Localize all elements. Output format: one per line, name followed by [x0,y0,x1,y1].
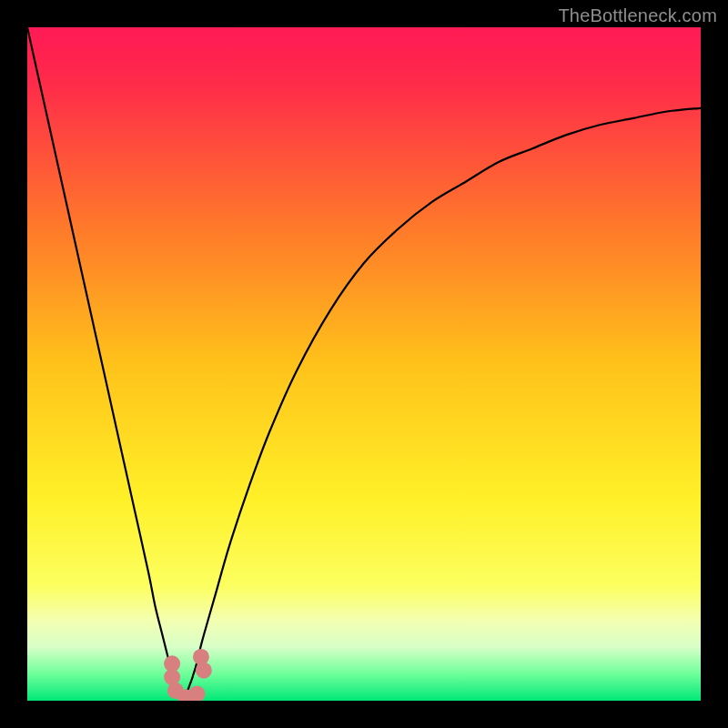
chart-frame: TheBottleneck.com [0,0,728,728]
annotation-dot [193,649,209,665]
plot-area [27,27,701,701]
bottleneck-chart [27,27,701,701]
gradient-background [27,27,701,701]
watermark-label: TheBottleneck.com [558,5,717,26]
annotation-dot [196,662,212,679]
